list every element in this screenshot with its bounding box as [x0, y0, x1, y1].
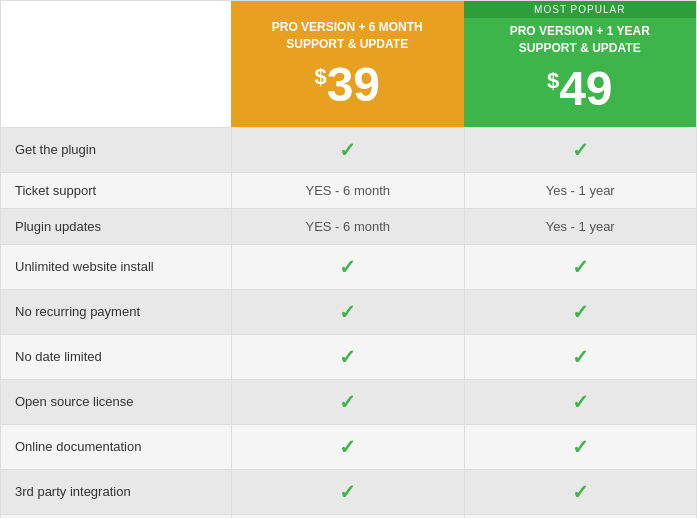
row-cell-col1: ✓	[232, 470, 464, 514]
table-row: Open source license✓✓	[1, 379, 696, 424]
check-icon: ✓	[339, 391, 356, 413]
row-cell-col2: ✓	[465, 470, 697, 514]
row-cell-col1: ✓	[232, 245, 464, 289]
col-title-gold: PRO VERSION + 6 MONTHSUPPORT & UPDATE	[272, 19, 423, 53]
check-icon: ✓	[339, 346, 356, 368]
check-icon: ✓	[572, 139, 589, 161]
check-icon: ✓	[572, 301, 589, 323]
check-icon: ✓	[339, 436, 356, 458]
col-title-green: PRO VERSION + 1 YEARSUPPORT & UPDATE	[510, 23, 650, 57]
check-icon: ✓	[572, 346, 589, 368]
header-empty	[1, 1, 231, 127]
check-icon: ✓	[572, 256, 589, 278]
row-cell-col2: ✓	[465, 335, 697, 379]
check-icon: ✓	[572, 436, 589, 458]
table-row: No recurring payment✓✓	[1, 289, 696, 334]
row-cell-col2: ✓	[465, 380, 697, 424]
row-cell-col1: YES - 6 month	[232, 209, 464, 244]
row-label: Unlimited website install	[1, 249, 231, 284]
table-row: Unlimited website install✓✓	[1, 244, 696, 289]
row-cell-col2: ✓	[465, 290, 697, 334]
table-row: No date limited✓✓	[1, 334, 696, 379]
currency-gold: $	[314, 64, 326, 89]
check-icon: ✓	[339, 481, 356, 503]
row-label: No recurring payment	[1, 294, 231, 329]
row-label: No date limited	[1, 339, 231, 374]
check-icon: ✓	[339, 301, 356, 323]
data-rows: Get the plugin✓✓Ticket supportYES - 6 mo…	[1, 127, 696, 518]
pricing-table: PRO VERSION + 6 MONTHSUPPORT & UPDATE $3…	[0, 0, 697, 518]
col-price-gold: $39	[314, 61, 380, 109]
row-cell-col1: YES - 6 month	[232, 173, 464, 208]
currency-green: $	[547, 68, 559, 93]
row-cell-col2: ✓	[465, 425, 697, 469]
header-col-green: MOST POPULAR PRO VERSION + 1 YEARSUPPORT…	[464, 1, 697, 127]
row-cell-col2: ✓	[465, 515, 697, 518]
row-cell-col1: ✓	[232, 515, 464, 518]
row-label: Plugin updates	[1, 209, 231, 244]
check-icon: ✓	[339, 139, 356, 161]
row-cell-col2: ✓	[465, 128, 697, 172]
header-row: PRO VERSION + 6 MONTHSUPPORT & UPDATE $3…	[1, 1, 696, 127]
row-cell-col2: Yes - 1 year	[465, 209, 697, 244]
table-row: 3rd party integration✓✓	[1, 469, 696, 514]
row-cell-col1: ✓	[232, 290, 464, 334]
table-row: Online documentation✓✓	[1, 424, 696, 469]
most-popular-badge: MOST POPULAR	[464, 1, 697, 18]
table-row: Plugin updatesYES - 6 monthYes - 1 year	[1, 208, 696, 244]
col-price-green: $49	[547, 65, 613, 113]
check-icon: ✓	[572, 391, 589, 413]
header-col-gold: PRO VERSION + 6 MONTHSUPPORT & UPDATE $3…	[231, 1, 464, 127]
table-row: Ticket supportYES - 6 monthYes - 1 year	[1, 172, 696, 208]
row-cell-col1: ✓	[232, 425, 464, 469]
row-cell-col2: Yes - 1 year	[465, 173, 697, 208]
row-cell-col2: ✓	[465, 245, 697, 289]
row-label: Open source license	[1, 384, 231, 419]
row-label: Ticket support	[1, 173, 231, 208]
row-label: 3rd party integration	[1, 474, 231, 509]
check-icon: ✓	[339, 256, 356, 278]
row-cell-col1: ✓	[232, 335, 464, 379]
table-row: Get the plugin✓✓	[1, 127, 696, 172]
check-icon: ✓	[572, 481, 589, 503]
row-label: Online documentation	[1, 429, 231, 464]
table-row: Compatibility WP 4+✓✓	[1, 514, 696, 518]
row-label: Get the plugin	[1, 132, 231, 167]
row-cell-col1: ✓	[232, 380, 464, 424]
row-cell-col1: ✓	[232, 128, 464, 172]
